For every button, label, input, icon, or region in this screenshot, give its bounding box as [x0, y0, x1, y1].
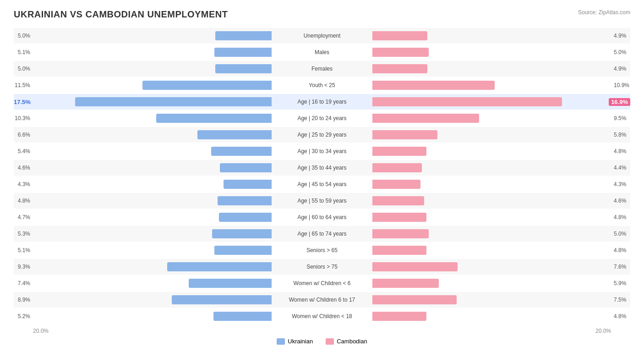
- chart-row: 7.4%Women w/ Children < 65.9%: [14, 275, 630, 291]
- right-bar: [372, 262, 458, 271]
- center-label: Females: [272, 66, 372, 72]
- right-value: 4.8%: [611, 247, 630, 253]
- left-bar: [213, 312, 272, 321]
- right-value: 5.0%: [611, 231, 630, 237]
- chart-header: UKRAINIAN VS CAMBODIAN UNEMPLOYMENT Sour…: [14, 9, 630, 20]
- center-label: Age | 45 to 54 years: [272, 181, 372, 187]
- left-bar: [224, 180, 272, 189]
- x-axis-right: 20.0%: [322, 328, 630, 334]
- chart-row: 5.1%Males5.0%: [14, 44, 630, 60]
- chart-body: 5.0%Unemployment4.9%5.1%Males5.0%5.0%Fem…: [14, 28, 630, 324]
- right-value: 16.9%: [609, 98, 630, 106]
- legend-label-cambodian: Cambodian: [337, 338, 367, 345]
- left-value: 5.4%: [14, 148, 33, 154]
- center-label: Age | 25 to 29 years: [272, 132, 372, 138]
- right-bar: [372, 64, 427, 73]
- right-value: 4.9%: [611, 33, 630, 39]
- center-label: Age | 16 to 19 years: [272, 99, 372, 105]
- center-label: Age | 35 to 44 years: [272, 165, 372, 171]
- left-value: 5.2%: [14, 313, 33, 319]
- center-label: Age | 55 to 59 years: [272, 198, 372, 204]
- right-bar: [372, 163, 422, 172]
- left-bar: [167, 262, 272, 271]
- chart-row: 4.8%Age | 55 to 59 years4.6%: [14, 193, 630, 209]
- left-value: 5.3%: [14, 231, 33, 237]
- chart-row: 17.5%Age | 16 to 19 years16.9%: [14, 94, 630, 110]
- x-axis-left: 20.0%: [14, 328, 322, 334]
- left-bar: [189, 279, 272, 288]
- chart-row: 5.2%Women w/ Children < 184.8%: [14, 308, 630, 324]
- chart-row: 4.6%Age | 35 to 44 years4.4%: [14, 160, 630, 176]
- center-label: Women w/ Children < 6: [272, 280, 372, 286]
- chart-legend: Ukrainian Cambodian: [14, 338, 630, 345]
- left-value: 17.5%: [14, 99, 33, 105]
- legend-item-ukrainian: Ukrainian: [277, 338, 313, 345]
- left-bar: [172, 295, 272, 304]
- right-bar: [372, 48, 429, 57]
- chart-row: 5.4%Age | 30 to 34 years4.8%: [14, 143, 630, 159]
- center-label: Women w/ Children 6 to 17: [272, 297, 372, 303]
- left-value: 4.3%: [14, 181, 33, 187]
- right-value: 4.8%: [611, 148, 630, 154]
- left-value: 6.6%: [14, 132, 33, 138]
- right-bar: [372, 130, 437, 139]
- center-label: Seniors > 75: [272, 264, 372, 270]
- left-bar: [219, 213, 272, 222]
- left-bar: [220, 163, 272, 172]
- right-bar: [372, 31, 427, 40]
- right-value: 4.4%: [611, 165, 630, 171]
- left-value: 4.7%: [14, 214, 33, 220]
- left-bar: [156, 114, 272, 123]
- chart-row: 5.0%Unemployment4.9%: [14, 28, 630, 44]
- right-value: 4.8%: [611, 313, 630, 319]
- left-value: 7.4%: [14, 280, 33, 286]
- chart-container: UKRAINIAN VS CAMBODIAN UNEMPLOYMENT Sour…: [0, 0, 644, 347]
- right-value: 5.0%: [611, 49, 630, 55]
- chart-row: 8.9%Women w/ Children 6 to 177.5%: [14, 292, 630, 308]
- left-value: 5.0%: [14, 33, 33, 39]
- left-value: 5.1%: [14, 49, 33, 55]
- right-bar: [372, 279, 439, 288]
- right-value: 4.3%: [611, 181, 630, 187]
- left-value: 4.8%: [14, 198, 33, 204]
- chart-row: 5.3%Age | 65 to 74 years5.0%: [14, 226, 630, 242]
- right-value: 10.9%: [611, 82, 630, 88]
- center-label: Women w/ Children < 18: [272, 313, 372, 319]
- center-label: Unemployment: [272, 33, 372, 39]
- left-bar: [75, 97, 272, 106]
- left-bar: [215, 31, 272, 40]
- right-bar: [372, 147, 426, 156]
- right-bar: [372, 312, 426, 321]
- right-value: 4.6%: [611, 198, 630, 204]
- left-value: 11.5%: [14, 82, 33, 88]
- chart-row: 10.3%Age | 20 to 24 years9.5%: [14, 110, 630, 126]
- center-label: Age | 60 to 64 years: [272, 214, 372, 220]
- right-bar: [372, 295, 457, 304]
- legend-label-ukrainian: Ukrainian: [288, 338, 313, 345]
- right-bar: [372, 97, 562, 106]
- right-value: 4.8%: [611, 214, 630, 220]
- legend-box-ukrainian: [277, 338, 285, 345]
- left-bar: [214, 48, 272, 57]
- right-bar: [372, 229, 429, 238]
- right-value: 7.5%: [611, 297, 630, 303]
- left-value: 5.0%: [14, 66, 33, 72]
- left-value: 9.3%: [14, 264, 33, 270]
- left-bar: [214, 246, 272, 255]
- chart-row: 5.0%Females4.9%: [14, 61, 630, 77]
- x-axis-right-label: 20.0%: [595, 328, 611, 334]
- right-value: 7.6%: [611, 264, 630, 270]
- chart-row: 4.3%Age | 45 to 54 years4.3%: [14, 176, 630, 192]
- left-bar: [211, 147, 272, 156]
- right-bar: [372, 81, 495, 90]
- left-value: 4.6%: [14, 165, 33, 171]
- right-bar: [372, 213, 426, 222]
- center-label: Males: [272, 49, 372, 55]
- right-value: 5.8%: [611, 132, 630, 138]
- x-axis: 20.0% 20.0%: [14, 325, 630, 334]
- chart-source: Source: ZipAtlas.com: [578, 9, 630, 16]
- right-bar: [372, 180, 420, 189]
- center-label: Age | 30 to 34 years: [272, 148, 372, 154]
- left-bar: [218, 196, 272, 205]
- left-value: 5.1%: [14, 247, 33, 253]
